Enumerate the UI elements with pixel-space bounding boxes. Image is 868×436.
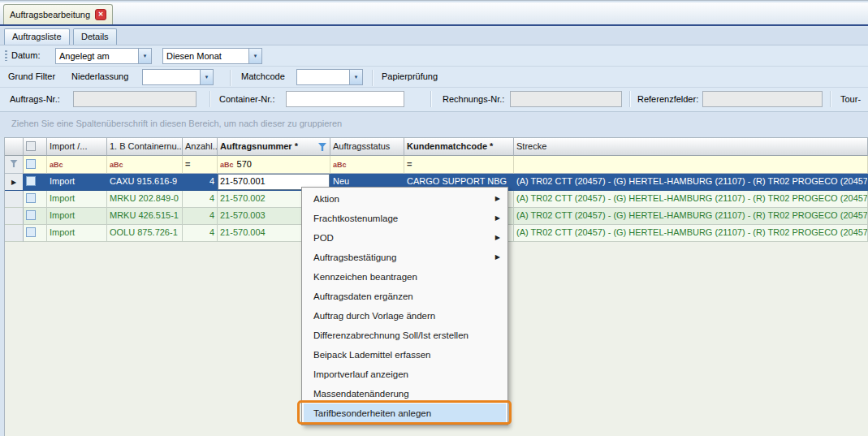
row-checkbox[interactable] [26, 176, 36, 186]
filter-cell-containernummer[interactable]: aBc [107, 156, 183, 174]
cell-containernummer[interactable]: MRKU 426.515-1 [107, 208, 183, 225]
row-indicator: ▶ [5, 174, 24, 191]
menu-item-auftragsdaten-ergaenzen[interactable]: Auftragsdaten ergänzen [304, 287, 506, 306]
chevron-down-icon[interactable]: ▼ [138, 49, 151, 63]
document-tabbar: Auftragsbearbeitung ✕ [0, 2, 868, 26]
cell-anzahl[interactable]: 4 [183, 174, 218, 191]
filter-checkbox[interactable] [26, 159, 36, 169]
tab-auftragsbearbeitung[interactable]: Auftragsbearbeitung ✕ [3, 4, 113, 24]
cell-anzahl[interactable]: 4 [183, 208, 218, 225]
cell-import[interactable]: Import [47, 208, 107, 225]
matchcode-label: Matchcode [241, 71, 285, 81]
doc-tab-label: Auftragsbearbeitung [10, 10, 90, 19]
row-checkbox[interactable] [26, 227, 36, 237]
cell-containernummer[interactable]: MRKU 202.849-0 [107, 191, 183, 208]
menu-item-massendatenaenderung[interactable]: Massendatenänderung [304, 384, 506, 404]
matchcode-combobox[interactable]: ▼ [296, 69, 363, 85]
row-checkbox[interactable] [26, 193, 36, 203]
cell-anzahl[interactable]: 4 [183, 191, 218, 208]
menu-item-frachtkostenumlage[interactable]: Frachtkostenumlage▶ [304, 209, 506, 228]
column-header-label: Auftragsstatus [333, 141, 390, 151]
menu-item-pod[interactable]: POD▶ [304, 228, 506, 248]
menu-item-importverlauf-anzeigen[interactable]: Importverlauf anzeigen [304, 365, 506, 384]
menu-item-auftragsbestaetigung[interactable]: Auftragsbestätigung▶ [304, 248, 506, 267]
column-header-auftragsstatus[interactable]: Auftragsstatus [330, 138, 404, 156]
text-filter-icon: aBc [333, 161, 347, 169]
chevron-down-icon[interactable]: ▼ [200, 70, 213, 84]
filter-cell-auftragsstatus[interactable]: aBc [330, 156, 404, 174]
context-menu: Aktion▶ Frachtkostenumlage▶ POD▶ Auftrag… [301, 187, 508, 425]
container-nr-field[interactable] [286, 91, 404, 107]
chevron-down-icon[interactable]: ▼ [349, 70, 362, 84]
cell-strecke[interactable]: (A) TR02 CTT (20457) - (G) HERTEL-HAMBUR… [514, 174, 868, 191]
group-by-hint: Ziehen Sie eine Spaltenüberschrift in di… [11, 119, 342, 128]
menu-item-label: Aktion [313, 194, 339, 204]
filter-cell-kundenmatchcode[interactable]: = [404, 156, 514, 174]
cell-strecke[interactable]: (A) TR02 CTT (20457) - (G) HERTEL-HAMBUR… [514, 225, 868, 242]
filter-indicator-cell [5, 156, 24, 174]
chevron-down-icon[interactable]: ▼ [248, 49, 261, 63]
filter-row-grundfilter: Grund Filter Niederlassung ▼ Matchcode ▼… [0, 67, 868, 88]
cell-import[interactable]: Import [47, 191, 107, 208]
row-checkbox-cell[interactable] [24, 191, 47, 208]
tour-label: Tour- [840, 94, 861, 104]
niederlassung-label: Niederlassung [71, 71, 128, 81]
menu-item-label: POD [313, 233, 334, 243]
datum-range-value: Diesen Monat [163, 49, 248, 63]
cell-strecke[interactable]: (A) TR02 CTT (20457) - (G) HERTEL-HAMBUR… [514, 191, 868, 208]
menu-item-differenzabrechnung-soll-ist-erstellen[interactable]: Differenzabrechnung Soll/Ist erstellen [304, 326, 506, 345]
referenzfelder-field [702, 91, 823, 107]
separator [629, 91, 631, 107]
column-header-strecke[interactable]: Strecke [514, 138, 868, 156]
separator [430, 91, 432, 107]
column-header-import[interactable]: Import /... [47, 138, 107, 156]
selected-row-arrow-icon: ▶ [11, 179, 16, 186]
filter-cell-strecke[interactable] [514, 156, 868, 174]
filter-checkbox-cell[interactable] [24, 156, 47, 174]
cell-import[interactable]: Import [47, 174, 107, 191]
row-checkbox-cell[interactable] [24, 225, 47, 242]
menu-item-label: Kennzeichen beantragen [313, 272, 417, 282]
column-header-auftragsnummer[interactable]: Auftragsnummer * [218, 138, 330, 156]
menu-item-tarifbesonderheiten-anlegen[interactable]: Tarifbesonderheiten anlegen [304, 404, 506, 423]
filter-panel: Datum: Angelegt am ▼ Diesen Monat ▼ Grun… [0, 45, 868, 112]
tab-auftragsliste[interactable]: Auftragsliste [4, 28, 70, 45]
menu-item-auftrag-durch-vorlage-aendern[interactable]: Auftrag durch Vorlage ändern [304, 306, 506, 326]
column-header-kundenmatchcode[interactable]: Kundenmatchcode * [404, 138, 514, 156]
group-by-panel[interactable]: Ziehen Sie eine Spaltenüberschrift in di… [0, 112, 868, 137]
cell-anzahl[interactable]: 4 [183, 225, 218, 242]
filter-cell-import[interactable]: aBc [47, 156, 107, 174]
menu-item-kennzeichen-beantragen[interactable]: Kennzeichen beantragen [304, 267, 506, 287]
cell-containernummer[interactable]: OOLU 875.726-1 [107, 225, 183, 242]
column-header-containernummer[interactable]: 1. B Containernu... [107, 138, 183, 156]
datum-mode-combobox[interactable]: Angelegt am ▼ [55, 48, 152, 64]
cell-import[interactable]: Import [47, 225, 107, 242]
menu-item-aktion[interactable]: Aktion▶ [304, 189, 506, 209]
filter-cell-auftragsnummer[interactable]: aBc570 [218, 156, 330, 174]
submenu-arrow-icon: ▶ [495, 228, 500, 248]
matchcode-value [297, 70, 349, 84]
separator [372, 70, 374, 86]
close-icon[interactable]: ✕ [95, 9, 106, 20]
menu-item-beipack-lademittel-erfassen[interactable]: Beipack Lademittel erfassen [304, 345, 506, 365]
header-indicator-cell [5, 138, 24, 156]
filter-funnel-icon[interactable] [318, 143, 326, 151]
row-checkbox[interactable] [26, 210, 36, 220]
niederlassung-combobox[interactable]: ▼ [142, 69, 214, 85]
cell-containernummer[interactable]: CAXU 915.616-9 [107, 174, 183, 191]
row-checkbox-cell[interactable] [24, 174, 47, 191]
referenzfelder-label: Referenzfelder: [637, 94, 698, 104]
filter-row-funnel-icon [11, 160, 18, 167]
datum-range-combobox[interactable]: Diesen Monat ▼ [162, 48, 262, 64]
header-checkbox-cell[interactable] [24, 138, 47, 156]
cell-strecke[interactable]: (A) TR02 CTT (20457) - (G) HERTEL-HAMBUR… [514, 208, 868, 225]
column-header-anzahl[interactable]: Anzahl... [183, 138, 218, 156]
tab-details[interactable]: Details [73, 28, 117, 45]
header-checkbox[interactable] [26, 141, 36, 151]
row-checkbox-cell[interactable] [24, 208, 47, 225]
menu-item-label: Importverlauf anzeigen [313, 369, 408, 379]
toolbar-grip-icon [5, 50, 7, 61]
separator [830, 91, 831, 107]
filter-cell-anzahl[interactable]: = [183, 156, 218, 174]
auftrags-nr-field [73, 91, 196, 107]
